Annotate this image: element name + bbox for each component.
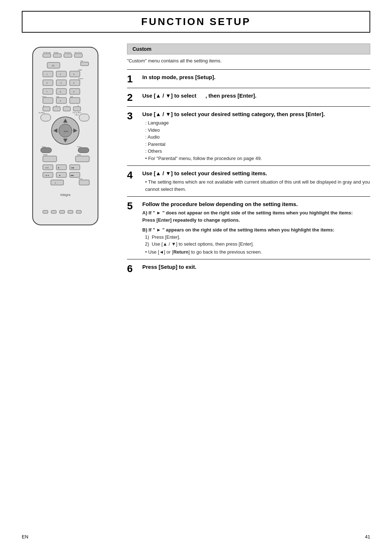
- step-1-title: In stop mode, press [Setup].: [142, 73, 370, 81]
- svg-text:B: B: [56, 105, 57, 107]
- svg-rect-47: [73, 107, 81, 111]
- svg-rect-31: [70, 89, 80, 94]
- svg-text:D: D: [78, 105, 79, 107]
- step-5-content: Follow the procedure below depending on …: [142, 200, 370, 255]
- svg-text:▶▶: ▶▶: [72, 167, 74, 169]
- step-5b-item1: 1) Press [Enter].: [142, 234, 180, 240]
- step-4-note: The setting items which are not availabl…: [145, 178, 370, 193]
- step-5-body: A) If " ► " does not appear on the right…: [142, 209, 370, 255]
- step-5a: A) If " ► " does not appear on the right…: [142, 209, 370, 223]
- svg-text:Resolution: Resolution: [64, 52, 71, 53]
- svg-text:7: 7: [46, 91, 48, 93]
- step-1-number: 1: [127, 74, 139, 84]
- step-4-title: Use [▲ / ▼] to select your desired setti…: [142, 169, 370, 177]
- step-5a-title: If " ► " does not appear on the right si…: [148, 210, 353, 216]
- step-5-title: Follow the procedure below depending on …: [142, 200, 370, 208]
- page-title: FUNCTION SETUP: [23, 16, 369, 28]
- remote-svg-container: On/Standby Display Resolution Open/Close…: [25, 44, 113, 233]
- svg-rect-80: [51, 180, 64, 185]
- svg-text:C: C: [66, 105, 68, 107]
- step-3-title: Use [▲ / ▼] to select your desired setti…: [142, 110, 370, 118]
- main-layout: On/Standby Display Resolution Open/Close…: [22, 44, 370, 278]
- svg-rect-36: [43, 98, 53, 103]
- page-number: 41: [365, 534, 370, 539]
- svg-text:Open/Close: Open/Close: [74, 52, 82, 53]
- svg-text:· 5: · 5: [60, 82, 62, 84]
- svg-rect-88: [76, 210, 81, 213]
- svg-rect-27: [43, 89, 53, 94]
- svg-text:4: 4: [46, 82, 48, 84]
- svg-rect-20: [43, 80, 53, 86]
- svg-text:Angle: Angle: [78, 69, 82, 71]
- step-6-title: Press [Setup] to exit.: [142, 263, 370, 271]
- svg-text:Subtitle: Subtitle: [43, 154, 48, 156]
- svg-text:Setup: Setup: [42, 146, 46, 148]
- step-5b-item2: 2) Use [▲ / ▼] to select options, then p…: [142, 241, 254, 247]
- svg-text:0: 0: [60, 100, 61, 102]
- svg-text:2: 2: [60, 73, 61, 75]
- svg-text:1: 1: [46, 73, 48, 75]
- step-4: 4 Use [▲ / ▼] to select your desired set…: [127, 165, 370, 196]
- svg-rect-63: [78, 148, 89, 153]
- step-5b-note: Use [◄] or [Return] to go back to the pr…: [145, 249, 370, 256]
- svg-text:A: A: [43, 105, 44, 107]
- svg-text:3: 3: [73, 73, 74, 75]
- svg-text:Enter: Enter: [64, 130, 68, 132]
- step-5-number: 5: [127, 201, 139, 211]
- svg-rect-37: [56, 98, 66, 103]
- svg-text:PIP: PIP: [81, 60, 83, 62]
- language-code: EN: [22, 534, 28, 539]
- svg-rect-10: [81, 62, 89, 66]
- step-3-item-others: Others: [145, 148, 370, 155]
- svg-text:■: ■: [59, 174, 60, 176]
- svg-text:6: 6: [73, 82, 74, 84]
- svg-text:/ Menu: / Menu: [75, 114, 79, 116]
- svg-text:|◄◄: |◄◄: [45, 174, 49, 176]
- svg-text:Search: Search: [42, 96, 46, 98]
- svg-rect-4: [74, 54, 82, 57]
- svg-rect-13: [43, 71, 53, 77]
- step-4-body: The setting items which are not availabl…: [142, 178, 370, 193]
- svg-text:8: 8: [60, 91, 61, 93]
- step-5b: B) If " ► " appears on the right side of…: [142, 226, 370, 255]
- content-area: Custom "Custom" menu contains all the se…: [127, 44, 370, 278]
- svg-rect-24: [70, 80, 80, 86]
- step-5b-label: B): [142, 227, 148, 233]
- svg-rect-84: [43, 210, 48, 213]
- svg-text:▶: ▶: [58, 167, 60, 169]
- svg-rect-29: [56, 89, 66, 94]
- custom-section-header: Custom: [127, 44, 370, 54]
- step-2: 2 Use [▲ / ▼] to select , then press [En…: [127, 88, 370, 106]
- svg-rect-86: [60, 210, 65, 213]
- svg-rect-17: [70, 71, 80, 77]
- remote-control-area: On/Standby Display Resolution Open/Close…: [22, 44, 116, 278]
- svg-rect-83: [79, 180, 89, 185]
- step-5: 5 Follow the procedure below depending o…: [127, 196, 370, 259]
- remote-brand-label: Integra: [60, 193, 70, 197]
- footer: EN 41: [22, 534, 370, 539]
- svg-rect-52: [79, 114, 89, 121]
- svg-rect-62: [41, 148, 52, 153]
- custom-section-description: "Custom" menu contains all the setting i…: [127, 58, 370, 63]
- svg-rect-51: [41, 114, 51, 121]
- step-3-item-audio: Audio: [145, 134, 370, 141]
- step-3-item-video: Video: [145, 127, 370, 134]
- svg-text:Repeat: Repeat: [78, 78, 83, 79]
- svg-rect-46: [63, 107, 70, 111]
- svg-text:Audio: Audio: [77, 154, 81, 156]
- svg-text:Return: Return: [77, 146, 82, 148]
- svg-text:9: 9: [73, 91, 74, 93]
- svg-text:◄◄: ◄◄: [45, 167, 49, 169]
- step-5a-label: A): [142, 210, 148, 216]
- svg-rect-67: [75, 156, 89, 162]
- page-title-bar: FUNCTION SETUP: [22, 11, 370, 33]
- svg-rect-3: [64, 54, 72, 57]
- svg-rect-66: [43, 156, 57, 162]
- step-4-content: Use [▲ / ▼] to select your desired setti…: [142, 169, 370, 193]
- step-3-note: For "Parental" menu, follow the procedur…: [145, 155, 370, 162]
- svg-rect-87: [68, 210, 73, 213]
- svg-text:I/O: I/O: [52, 65, 54, 67]
- step-3-content: Use [▲ / ▼] to select your desired setti…: [142, 110, 370, 162]
- step-6-number: 6: [127, 264, 139, 274]
- step-2-content: Use [▲ / ▼] to select , then press [Ente…: [142, 92, 370, 101]
